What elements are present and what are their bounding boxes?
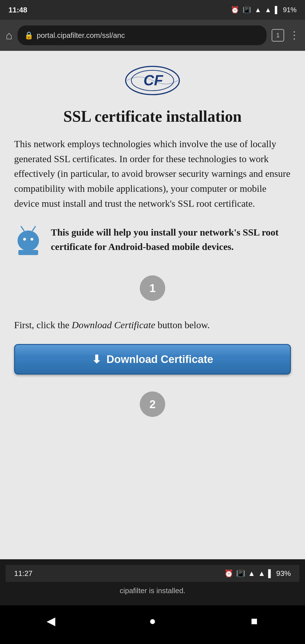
lock-icon: 🔒 — [24, 31, 33, 40]
battery-percent: 91% — [283, 6, 297, 14]
notif-battery-icon: ▌ — [268, 569, 273, 578]
status-bar: 11:48 ⏰ 📳 ▲ ▲ ▌ 91% — [0, 0, 305, 20]
svg-line-7 — [32, 227, 35, 231]
back-button[interactable]: ◀ — [40, 610, 62, 632]
notif-vibrate-icon: 📳 — [236, 569, 245, 578]
page-content: CF SSL certificate installation This net… — [0, 51, 305, 559]
svg-point-3 — [18, 230, 39, 251]
svg-rect-8 — [18, 250, 38, 255]
notif-alarm-icon: ⏰ — [224, 569, 233, 578]
recent-apps-button[interactable]: ■ — [243, 610, 265, 632]
step-2-container: 2 — [14, 391, 291, 417]
step-1-text-after: button below. — [155, 320, 210, 330]
browser-toolbar: ⌂ 🔒 portal.cipafilter.com/ssl/anc 1 ⋮ — [0, 20, 305, 51]
notification-icons: ⏰ 📳 ▲ ▲ ▌ 93% — [224, 569, 291, 578]
step-1-text-italic: Download Certificate — [72, 320, 155, 330]
download-icon: ⬇ — [92, 353, 101, 366]
android-guide-section: This guide will help you install your ne… — [14, 225, 291, 258]
android-icon — [14, 225, 42, 258]
android-guide-text: This guide will help you install your ne… — [51, 225, 291, 254]
browser-menu-button[interactable]: ⋮ — [289, 29, 299, 41]
url-text: portal.cipafilter.com/ssl/anc — [37, 31, 125, 40]
alarm-icon: ⏰ — [231, 6, 239, 14]
url-bar[interactable]: 🔒 portal.cipafilter.com/ssl/anc — [18, 25, 267, 45]
svg-point-5 — [30, 238, 33, 241]
step-1-text-before: First, click the — [14, 320, 72, 330]
notif-battery-percent: 93% — [276, 569, 291, 578]
svg-point-4 — [23, 238, 26, 241]
notification-time: 11:27 — [14, 569, 32, 578]
tab-count-button[interactable]: 1 — [272, 29, 284, 42]
status-time: 11:48 — [8, 6, 27, 14]
description-text: This network employs technologies which … — [14, 137, 291, 211]
home-button[interactable]: ⌂ — [6, 29, 12, 42]
bottom-notification-bar: 11:27 ⏰ 📳 ▲ ▲ ▌ 93% cipafilter is instal… — [0, 559, 305, 605]
step-2-circle: 2 — [140, 391, 165, 417]
signal-icon: ▲ — [265, 6, 271, 14]
cipafilter-logo: CF — [124, 65, 181, 96]
notification-text: cipafilter is installed. — [6, 582, 299, 600]
svg-line-6 — [21, 227, 24, 231]
home-nav-button[interactable]: ● — [141, 610, 164, 632]
android-nav-bar: ◀ ● ■ — [0, 605, 305, 636]
status-icons: ⏰ 📳 ▲ ▲ ▌ 91% — [231, 6, 297, 14]
download-button-label: Download Certificate — [106, 353, 213, 365]
step-1-container: 1 — [14, 275, 291, 309]
step-1-text: First, click the Download Certificate bu… — [14, 318, 291, 333]
step-1-circle: 1 — [140, 275, 165, 301]
svg-text:CF: CF — [143, 72, 164, 88]
logo-container: CF — [14, 65, 291, 96]
notif-signal-icon: ▲ — [258, 569, 265, 578]
page-title: SSL certificate installation — [14, 107, 291, 125]
notif-wifi-icon: ▲ — [248, 569, 255, 578]
notification-status-bar: 11:27 ⏰ 📳 ▲ ▲ ▌ 93% — [6, 565, 299, 582]
wifi-icon: ▲ — [254, 6, 261, 14]
vibrate-icon: 📳 — [243, 6, 251, 14]
battery-icon: ▌ — [275, 6, 280, 14]
download-certificate-button[interactable]: ⬇ Download Certificate — [14, 344, 291, 375]
